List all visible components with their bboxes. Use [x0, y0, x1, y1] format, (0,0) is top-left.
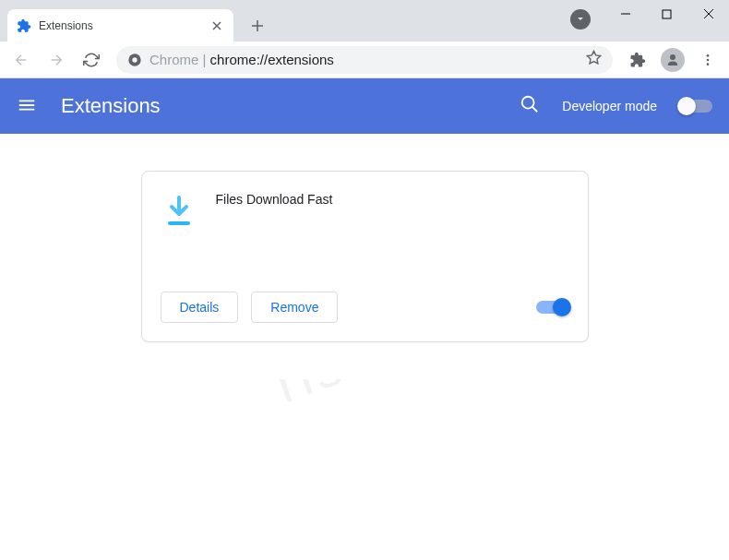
developer-mode-label: Developer mode	[562, 99, 657, 113]
extensions-header: Extensions Developer mode	[0, 78, 729, 134]
page-title: Extensions	[61, 94, 497, 118]
toggle-thumb	[553, 298, 571, 316]
content-area: Files Download Fast Details Remove	[0, 134, 729, 379]
download-arrow-icon	[161, 192, 197, 229]
avatar-icon	[661, 48, 685, 72]
browser-tab[interactable]: Extensions	[7, 9, 233, 42]
extension-puzzle-icon	[17, 18, 31, 33]
tab-title: Extensions	[39, 19, 202, 32]
minimize-button[interactable]	[604, 0, 646, 28]
bookmark-star-icon[interactable]	[586, 50, 602, 69]
profile-avatar[interactable]	[659, 46, 687, 74]
close-tab-icon[interactable]	[209, 18, 224, 33]
extension-enable-toggle[interactable]	[536, 301, 569, 314]
svg-point-8	[522, 97, 534, 109]
remove-button[interactable]: Remove	[251, 292, 338, 323]
svg-point-2	[132, 57, 137, 62]
more-menu-icon[interactable]	[694, 46, 722, 74]
svg-point-5	[707, 54, 710, 57]
extension-card: Files Download Fast Details Remove	[141, 171, 589, 342]
browser-toolbar: Chrome | chrome://extensions	[0, 42, 729, 78]
developer-mode-toggle[interactable]	[679, 100, 712, 113]
menu-icon[interactable]	[17, 95, 39, 117]
extensions-puzzle-icon[interactable]	[624, 46, 651, 74]
address-bar[interactable]: Chrome | chrome://extensions	[116, 46, 613, 74]
svg-point-6	[707, 58, 710, 61]
window-titlebar: Extensions	[0, 0, 729, 42]
url-text: Chrome | chrome://extensions	[149, 52, 334, 67]
details-button[interactable]: Details	[161, 292, 239, 323]
window-controls	[604, 0, 729, 28]
svg-marker-3	[587, 51, 600, 63]
extension-name: Files Download Fast	[216, 190, 333, 264]
svg-rect-9	[168, 221, 190, 225]
toggle-thumb	[677, 97, 696, 115]
media-control-icon[interactable]	[570, 9, 591, 30]
search-icon[interactable]	[520, 94, 540, 118]
new-tab-button[interactable]	[245, 13, 270, 39]
close-window-button[interactable]	[687, 0, 729, 28]
chrome-icon	[127, 53, 142, 67]
back-button[interactable]	[7, 46, 35, 74]
svg-point-7	[707, 63, 710, 66]
svg-rect-0	[663, 10, 671, 18]
forward-button[interactable]	[42, 46, 70, 74]
svg-point-4	[670, 54, 675, 60]
reload-button[interactable]	[78, 46, 105, 74]
maximize-button[interactable]	[646, 0, 687, 28]
